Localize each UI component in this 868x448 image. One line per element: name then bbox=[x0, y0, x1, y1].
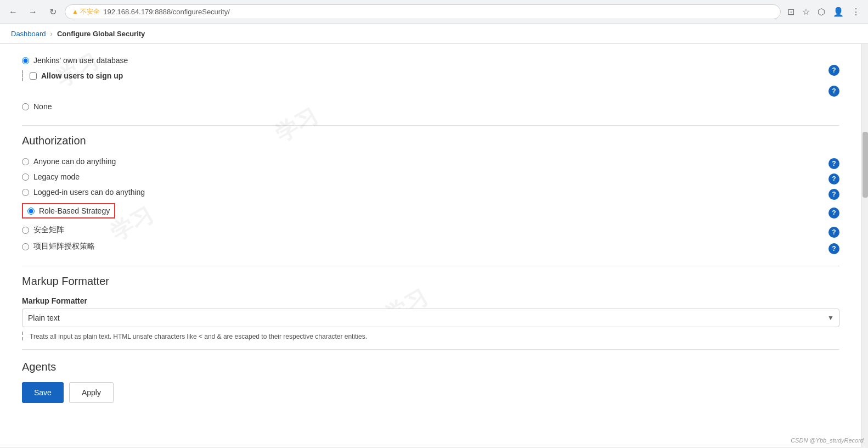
none-label[interactable]: None bbox=[22, 102, 52, 111]
auth-legacy-radio[interactable] bbox=[22, 173, 29, 181]
button-row: Save Apply bbox=[22, 382, 839, 403]
menu-icon[interactable]: ⋮ bbox=[849, 4, 863, 19]
auth-project-radio[interactable] bbox=[22, 243, 29, 250]
allow-signup-checkbox[interactable] bbox=[30, 72, 37, 80]
section-divider-1 bbox=[22, 125, 839, 126]
jenkins-db-row: Jenkins' own user database Allow users t… bbox=[22, 55, 839, 86]
auth-logged-label[interactable]: Logged-in users can do anything bbox=[22, 188, 145, 197]
auth-anyone-row: Anyone can do anything ? bbox=[22, 156, 839, 171]
reload-button[interactable]: ↻ bbox=[45, 4, 60, 20]
auth-anyone-help[interactable]: ? bbox=[828, 158, 839, 169]
auth-role-row: Role-Based Strategy ? bbox=[22, 202, 839, 224]
screen-capture-icon[interactable]: ⊡ bbox=[785, 4, 797, 19]
allow-signup-help[interactable]: ? bbox=[828, 86, 839, 97]
jenkins-db-help[interactable]: ? bbox=[828, 65, 839, 76]
back-button[interactable]: ← bbox=[5, 4, 21, 20]
authorization-title: Authorization bbox=[22, 135, 839, 147]
markup-formatter-note-text: Treats all input as plain text. HTML uns… bbox=[30, 333, 367, 340]
apply-button[interactable]: Apply bbox=[69, 382, 114, 403]
auth-legacy-label[interactable]: Legacy mode bbox=[22, 172, 80, 181]
section-divider-3 bbox=[22, 349, 839, 350]
browser-actions: ⊡ ☆ ⬡ 👤 ⋮ bbox=[785, 4, 863, 19]
scrollbar-track[interactable] bbox=[861, 44, 868, 447]
auth-matrix-label[interactable]: 安全矩阵 bbox=[22, 225, 64, 235]
auth-role-label[interactable]: Role-Based Strategy bbox=[22, 203, 115, 219]
save-button[interactable]: Save bbox=[22, 382, 64, 403]
agents-section: Agents bbox=[22, 361, 839, 373]
auth-role-radio[interactable] bbox=[27, 208, 35, 215]
authorization-section: Authorization Anyone can do anything ? bbox=[22, 135, 839, 257]
auth-legacy-row: Legacy mode ? bbox=[22, 171, 839, 187]
auth-logged-help[interactable]: ? bbox=[828, 189, 839, 200]
dashboard-link[interactable]: Dashboard bbox=[11, 30, 46, 38]
security-realm-section: Jenkins' own user database Allow users t… bbox=[22, 55, 839, 116]
markup-formatter-select[interactable]: Plain text Safe HTML bbox=[22, 309, 839, 327]
scrollbar-thumb[interactable] bbox=[863, 132, 868, 198]
none-option: None bbox=[22, 101, 839, 116]
csdn-watermark: CSDN @Ybb_studyRecord bbox=[791, 437, 864, 444]
auth-legacy-help[interactable]: ? bbox=[828, 173, 839, 184]
forward-button[interactable]: → bbox=[25, 4, 41, 20]
allow-signup-indent: Allow users to sign up bbox=[22, 70, 828, 81]
jenkins-db-label[interactable]: Jenkins' own user database bbox=[22, 56, 128, 65]
auth-logged-row: Logged-in users can do anything ? bbox=[22, 187, 839, 202]
auth-matrix-help[interactable]: ? bbox=[828, 227, 839, 238]
browser-chrome: ← → ↻ ▲ 不安全 192.168.64.179:8888/configur… bbox=[0, 0, 868, 24]
breadcrumb-separator: › bbox=[50, 30, 53, 38]
markup-formatter-label: Markup Formatter bbox=[22, 296, 839, 305]
auth-matrix-row: 安全矩阵 ? bbox=[22, 224, 839, 240]
auth-anyone-label[interactable]: Anyone can do anything bbox=[22, 157, 116, 166]
auth-matrix-radio[interactable] bbox=[22, 227, 29, 234]
page-container: 学习 学习 学习 学习 Jenkins' own user database bbox=[0, 44, 868, 447]
role-based-highlight: Role-Based Strategy bbox=[22, 203, 115, 219]
auth-anyone-radio[interactable] bbox=[22, 158, 29, 165]
address-bar[interactable]: ▲ 不安全 192.168.64.179:8888/configureSecur… bbox=[65, 4, 781, 19]
jenkins-db-radio[interactable] bbox=[22, 57, 29, 64]
auth-project-row: 项目矩阵授权策略 ? bbox=[22, 240, 839, 257]
bookmark-icon[interactable]: ☆ bbox=[800, 4, 812, 19]
section-divider-2 bbox=[22, 266, 839, 266]
auth-project-label[interactable]: 项目矩阵授权策略 bbox=[22, 242, 95, 251]
auth-role-help[interactable]: ? bbox=[828, 208, 839, 219]
agents-title: Agents bbox=[22, 361, 839, 373]
auth-logged-radio[interactable] bbox=[22, 189, 29, 196]
security-warning-icon: ▲ 不安全 bbox=[72, 7, 100, 16]
markup-formatter-section: Markup Formatter Markup Formatter Plain … bbox=[22, 275, 839, 340]
account-icon[interactable]: 👤 bbox=[831, 4, 846, 19]
markup-formatter-note: Treats all input as plain text. HTML uns… bbox=[22, 332, 839, 340]
auth-project-help[interactable]: ? bbox=[828, 243, 839, 254]
extensions-icon[interactable]: ⬡ bbox=[815, 4, 827, 19]
markup-formatter-select-wrapper: Plain text Safe HTML bbox=[22, 309, 839, 327]
none-radio[interactable] bbox=[22, 103, 29, 110]
url-text: 192.168.64.179:8888/configureSecurity/ bbox=[103, 8, 230, 16]
breadcrumb-current: Configure Global Security bbox=[57, 30, 145, 38]
none-row: None bbox=[22, 101, 839, 116]
allow-signup-label[interactable]: Allow users to sign up bbox=[30, 71, 123, 80]
markup-formatter-title: Markup Formatter bbox=[22, 275, 839, 288]
breadcrumb: Dashboard › Configure Global Security bbox=[0, 24, 868, 44]
jenkins-db-option: Jenkins' own user database Allow users t… bbox=[22, 55, 828, 86]
content-area: 学习 学习 学习 学习 Jenkins' own user database bbox=[0, 44, 861, 447]
